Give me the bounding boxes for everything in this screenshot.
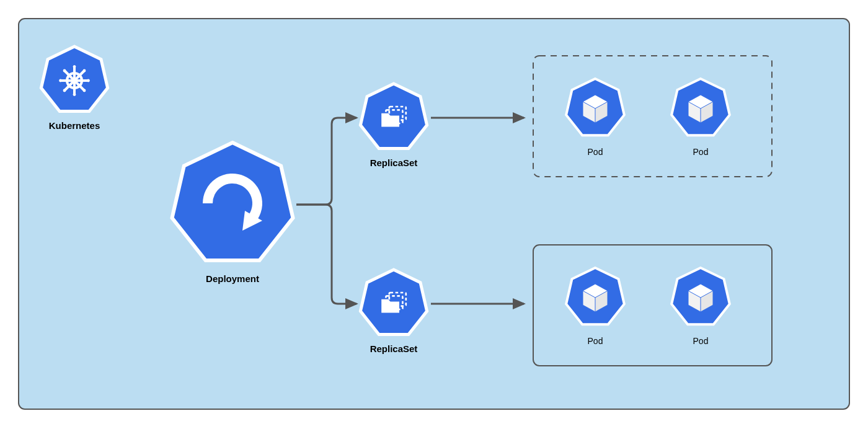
pod-node-bottom-1 [566,268,624,324]
kubernetes-label: Kubernetes [49,120,100,131]
diagram-frame [19,19,849,409]
pod-node-top-1 [566,79,624,135]
pod-top-1-label: Pod [588,147,603,157]
kubernetes-logo-node [41,46,107,112]
replicaset-node-bottom [360,270,427,335]
ship-wheel-icon [59,65,90,96]
replicaset-node-top [360,84,427,149]
replicaset-bottom-label: ReplicaSet [370,343,418,354]
deployment-label: Deployment [206,273,259,284]
pod-node-bottom-2 [671,268,730,324]
pod-node-top-2 [671,79,730,135]
replicaset-top-label: ReplicaSet [370,157,418,168]
diagram-canvas: Kubernetes Deployment ReplicaSet Replica… [0,0,868,429]
pod-bottom-2-label: Pod [693,336,709,346]
pod-bottom-1-label: Pod [588,336,603,346]
pod-top-2-label: Pod [693,147,709,157]
